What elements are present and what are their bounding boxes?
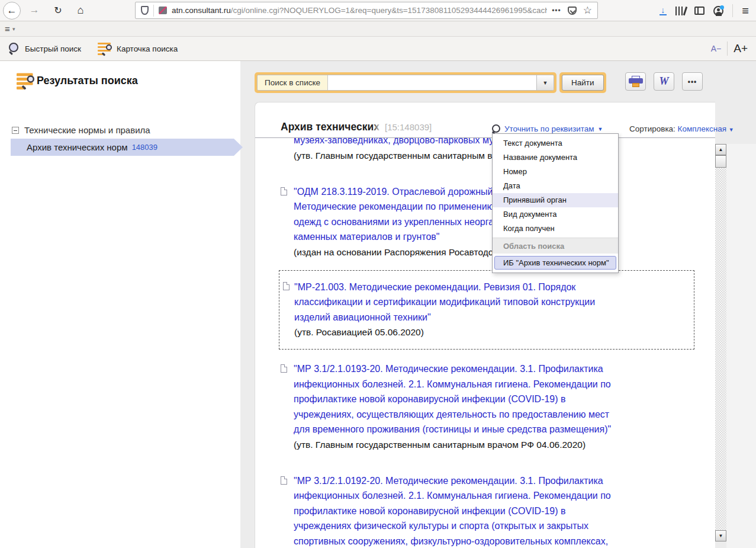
find-button[interactable]: Найти xyxy=(562,75,604,91)
account-icon[interactable] xyxy=(713,6,723,16)
magnifier-icon xyxy=(8,43,20,55)
collapse-icon[interactable] xyxy=(12,127,19,134)
refine-by-fields-button[interactable]: Уточнить по реквизитам ▼ xyxy=(492,124,603,133)
browser-window: ← → ↻ ⌂ atn.consultant.ru/cgi/online.cgi… xyxy=(0,0,756,548)
page-margin xyxy=(726,144,756,548)
search-scope-button[interactable]: Поиск в списке xyxy=(258,75,328,90)
divider xyxy=(153,5,154,17)
url-host: atn.consultant.ru xyxy=(172,6,231,15)
quick-search-label: Быстрый поиск xyxy=(25,44,81,53)
scroll-up-button[interactable]: ▲ xyxy=(715,144,726,155)
result-list: музеях-заповедниках, дворцово-парковых м… xyxy=(255,138,715,548)
bookmark-star-icon[interactable]: ☆ xyxy=(583,5,592,15)
address-bar[interactable]: atn.consultant.ru/cgi/online.cgi?NOQUERY… xyxy=(135,2,598,19)
blocked-content-icon[interactable] xyxy=(159,7,167,14)
search-card-icon xyxy=(98,43,112,55)
tree-group-label: Технические нормы и правила xyxy=(24,125,150,135)
forward-button[interactable]: → xyxy=(26,2,43,18)
print-button[interactable] xyxy=(625,72,646,91)
magnifier-icon xyxy=(492,124,501,133)
app-toolbar: Быстрый поиск Карточка поиска A− A+ xyxy=(0,37,756,61)
reload-button[interactable]: ↻ xyxy=(50,2,66,18)
divider xyxy=(727,41,728,56)
downloads-icon[interactable]: ↓ xyxy=(660,7,667,15)
quick-search-button[interactable]: Быстрый поиск xyxy=(0,37,89,60)
chevron-down-icon: ▼ xyxy=(598,126,603,132)
menu-scope-item[interactable]: ИБ "Архив технических норм" xyxy=(494,256,616,270)
printer-icon xyxy=(629,76,643,87)
document-icon xyxy=(281,476,287,485)
more-actions-button[interactable]: ••• xyxy=(682,72,703,91)
notification-dot xyxy=(720,5,724,9)
url-text: atn.consultant.ru/cgi/online.cgi?NOQUERY… xyxy=(172,6,547,15)
search-results-icon xyxy=(17,73,34,88)
font-decrease-button[interactable]: A− xyxy=(711,44,722,53)
library-icon[interactable] xyxy=(675,7,686,15)
tree-selected-label: Архив технических норм xyxy=(27,142,128,152)
search-card-label: Карточка поиска xyxy=(117,44,178,53)
sidebar-title: Результаты поиска xyxy=(37,75,138,87)
find-button-frame: Найти xyxy=(559,72,606,93)
document-link[interactable]: "МР 3.1/2.1.0193-20. Методические рекоме… xyxy=(294,361,703,437)
refine-menu-items: Текст документаНазвание документаНомерДа… xyxy=(493,136,618,236)
url-path: /cgi/online.cgi?NOQUERYLOG=1&req=query&t… xyxy=(231,6,547,15)
back-button[interactable]: ← xyxy=(3,2,21,20)
refine-menu-item[interactable]: Название документа xyxy=(493,150,618,165)
pocket-icon[interactable] xyxy=(568,7,577,15)
document-note: (утв. Главным государственным санитарным… xyxy=(294,438,703,451)
sort-control[interactable]: Сортировка: Комплексная ▼ xyxy=(629,124,734,133)
document-icon xyxy=(281,187,287,196)
refine-menu-item[interactable]: Текст документа xyxy=(493,136,618,150)
tree-selected-count: 148039 xyxy=(132,143,157,152)
results-title: Архив технических xyxy=(281,121,379,133)
sort-value: Комплексная ▼ xyxy=(678,124,734,133)
refine-menu-item[interactable]: Принявший орган xyxy=(493,193,618,207)
search-combo-frame: Поиск в списке ▼ xyxy=(255,72,556,93)
font-increase-button[interactable]: A+ xyxy=(734,42,748,55)
document-link[interactable]: "МР-21.003. Методические рекомендации. Р… xyxy=(294,280,688,325)
search-card-button[interactable]: Карточка поиска xyxy=(89,37,186,60)
secondary-toolbar: ≡ ▾ xyxy=(0,21,756,37)
document-icon xyxy=(283,282,289,290)
tracking-protection-icon[interactable] xyxy=(141,6,149,15)
document-note: (утв. Росавиацией 05.06.2020) xyxy=(294,326,688,339)
document-actions: W ••• xyxy=(625,72,703,91)
menu-section-label: Область поиска xyxy=(493,238,618,254)
word-icon: W xyxy=(659,75,668,88)
refine-label: Уточнить по реквизитам xyxy=(504,124,594,133)
sidebar: Результаты поиска Технические нормы и пр… xyxy=(0,61,240,548)
results-panel: Архив технических[15:148039] Уточнить по… xyxy=(255,102,715,548)
search-input[interactable] xyxy=(328,75,536,90)
result-entry: "МР 3.1/2.1.0193-20. Методические рекоме… xyxy=(294,361,703,451)
result-entry: "МР 3.1/2.1.0192-20. Методические рекоме… xyxy=(294,473,703,548)
menu-icon[interactable]: ≡ xyxy=(742,5,749,17)
document-icon xyxy=(281,364,287,373)
export-word-button[interactable]: W xyxy=(654,72,674,91)
scrollbar-thumb[interactable] xyxy=(715,155,726,168)
tree-selected-item[interactable]: Архив технических норм 148039 xyxy=(11,139,243,156)
scroll-down-button[interactable]: ▼ xyxy=(715,530,726,541)
home-button[interactable]: ⌂ xyxy=(72,2,89,18)
sort-label: Сортировка: xyxy=(629,124,675,133)
ellipsis-icon: ••• xyxy=(688,78,697,86)
list-search-area: Поиск в списке ▼ Найти xyxy=(255,72,606,93)
browser-toolbar: ← → ↻ ⌂ atn.consultant.ru/cgi/online.cgi… xyxy=(0,0,756,21)
chevron-down-icon: ▼ xyxy=(729,127,734,133)
sidebars-icon[interactable] xyxy=(694,7,704,15)
toolbar-menu-icon[interactable]: ≡ ▾ xyxy=(5,24,15,34)
document-link[interactable]: "МР 3.1/2.1.0192-20. Методические рекоме… xyxy=(294,473,703,548)
vertical-scrollbar[interactable]: ▲ ▼ xyxy=(715,144,726,541)
refine-menu: Текст документаНазвание документаНомерДа… xyxy=(492,133,619,273)
refine-menu-item[interactable]: Когда получен xyxy=(493,222,618,236)
results-scroll-area: музеях-заповедниках, дворцово-парковых м… xyxy=(255,138,715,548)
refine-menu-item[interactable]: Дата xyxy=(493,179,618,193)
tree-group-row[interactable]: Технические нормы и правила xyxy=(12,125,150,135)
refine-menu-item[interactable]: Номер xyxy=(493,165,618,179)
search-dropdown-arrow[interactable]: ▼ xyxy=(536,75,554,90)
refine-menu-item[interactable]: Вид документа xyxy=(493,207,618,222)
results-header: Архив технических[15:148039] Уточнить по… xyxy=(255,102,715,138)
divider xyxy=(732,4,733,17)
result-entry: "МР-21.003. Методические рекомендации. Р… xyxy=(279,270,694,350)
results-range: [15:148039] xyxy=(385,122,432,132)
page-actions-icon[interactable]: ••• xyxy=(552,7,561,15)
